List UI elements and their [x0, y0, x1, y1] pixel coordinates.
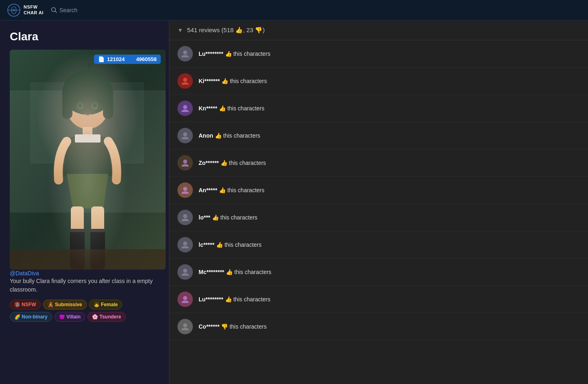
brand[interactable]: NSFW CHAR AI: [7, 4, 44, 17]
review-username: An*****: [199, 187, 217, 193]
stats-badge: 📄 121024 🐾 4960558: [94, 55, 161, 64]
left-panel: Clara: [0, 20, 169, 384]
avatar: [177, 155, 193, 171]
review-text: Mc******** 👍 this characters: [199, 269, 271, 275]
svg-point-25: [87, 63, 91, 67]
review-item: Co****** 👎 this characters: [169, 313, 588, 340]
review-text: Anon 👍 this characters: [199, 132, 260, 139]
avatar: [177, 101, 193, 116]
review-body: this characters: [233, 50, 270, 57]
review-text: Lu******** 👍 this characters: [199, 296, 271, 303]
review-item: lc***** 👍 this characters: [169, 231, 588, 259]
right-panel: ▼ 541 reviews (518 👍, 23 👎) Lu******** 👍…: [169, 20, 588, 384]
review-username: Anon: [199, 132, 213, 139]
svg-rect-24: [90, 229, 105, 232]
tag-submissive[interactable]: 🧸 Submissive: [43, 300, 87, 309]
svg-rect-20: [91, 206, 104, 247]
avatar: [177, 237, 193, 252]
search-bar[interactable]: Search: [51, 7, 77, 13]
brand-name: NSFW CHAR AI: [24, 4, 44, 15]
svg-point-27: [183, 50, 187, 55]
review-thumb-icon: 👍: [212, 214, 219, 221]
review-body: this characters: [225, 241, 262, 248]
review-text: Zo****** 👍 this characters: [199, 160, 266, 166]
review-item: Anon 👍 this characters: [169, 122, 588, 149]
review-thumb-icon: 👍: [216, 241, 223, 248]
tag-villain[interactable]: 😈 Villain: [55, 312, 85, 322]
svg-point-33: [183, 214, 187, 218]
svg-rect-11: [62, 86, 72, 119]
review-body: this characters: [223, 132, 260, 139]
review-item: Kn***** 👍 this characters: [169, 95, 588, 122]
review-thumb-icon: 👍: [219, 187, 226, 193]
svg-rect-26: [10, 249, 166, 270]
search-label: Search: [59, 7, 77, 13]
svg-rect-18: [75, 134, 101, 143]
review-username: Lu********: [199, 296, 223, 303]
svg-point-30: [183, 132, 187, 136]
review-body: this characters: [229, 160, 266, 166]
review-username: Mc********: [199, 269, 224, 275]
review-thumb-icon: 👍: [226, 269, 233, 275]
search-icon: [51, 7, 57, 13]
svg-point-9: [65, 76, 110, 129]
total-reviews: 541 reviews (518: [187, 26, 234, 33]
svg-rect-21: [70, 229, 85, 270]
svg-rect-23: [70, 229, 85, 232]
review-text: An***** 👍 this characters: [199, 187, 264, 193]
review-body: this characters: [227, 105, 264, 112]
svg-rect-8: [30, 82, 144, 164]
svg-point-32: [183, 187, 187, 191]
review-text: Lu******** 👍 this characters: [199, 50, 271, 57]
review-item: Lu******** 👍 this characters: [169, 286, 588, 313]
svg-rect-7: [10, 90, 166, 213]
svg-line-5: [55, 11, 57, 13]
avatar: [177, 182, 193, 198]
svg-point-35: [183, 269, 187, 273]
thumbs-up-icon: 👍,: [235, 26, 246, 33]
avatar: [177, 46, 193, 61]
svg-point-13: [77, 102, 83, 110]
svg-rect-12: [103, 86, 113, 119]
author-link[interactable]: @DataDiva: [10, 270, 39, 276]
review-text: Ki******* 👍 this characters: [199, 78, 267, 84]
review-body: this characters: [227, 187, 264, 193]
character-description: Your bully Clara finally corners you aft…: [10, 277, 159, 294]
main-container: Clara: [0, 20, 588, 384]
review-username: Kn*****: [199, 105, 217, 112]
svg-point-15: [78, 103, 82, 108]
review-username: Zo******: [199, 160, 219, 166]
reviews-header[interactable]: ▼ 541 reviews (518 👍, 23 👎): [169, 20, 588, 40]
review-thumb-icon: 👍: [221, 78, 228, 84]
svg-point-36: [183, 296, 187, 300]
tag-female[interactable]: 👧 Female: [89, 300, 122, 309]
avatar: [177, 264, 193, 280]
tag-nonbinary[interactable]: 🌈 Non-binary: [10, 312, 52, 322]
review-username: Co******: [199, 323, 219, 330]
avatar: [177, 73, 193, 89]
avatar: [177, 292, 193, 307]
navbar: NSFW CHAR AI Search: [0, 0, 588, 20]
svg-rect-17: [83, 127, 92, 139]
review-item: Ki******* 👍 this characters: [169, 68, 588, 95]
review-body: this characters: [230, 323, 267, 330]
review-thumb-icon: 👍: [225, 50, 232, 57]
svg-rect-19: [71, 206, 84, 247]
review-text: Co****** 👎 this characters: [199, 323, 267, 330]
review-item: An***** 👍 this characters: [169, 177, 588, 204]
tag-tsundere[interactable]: 🌸 Tsundere: [87, 312, 125, 322]
character-title: Clara: [10, 30, 159, 43]
svg-point-34: [183, 241, 187, 246]
review-thumb-icon: 👍: [225, 296, 232, 303]
negative-count: 23: [247, 26, 254, 33]
review-body: this characters: [221, 214, 258, 221]
review-list: Lu******** 👍 this characters Ki******* 👍…: [169, 40, 588, 340]
hearts-count: 4960558: [136, 56, 157, 62]
tag-nsfw[interactable]: 🔞 NSFW: [10, 300, 41, 309]
token-count: 121024: [107, 56, 125, 62]
avatar: [177, 210, 193, 225]
character-image-placeholder: [10, 50, 166, 270]
svg-rect-22: [90, 229, 105, 270]
svg-point-29: [183, 105, 187, 109]
svg-point-3: [13, 9, 15, 11]
